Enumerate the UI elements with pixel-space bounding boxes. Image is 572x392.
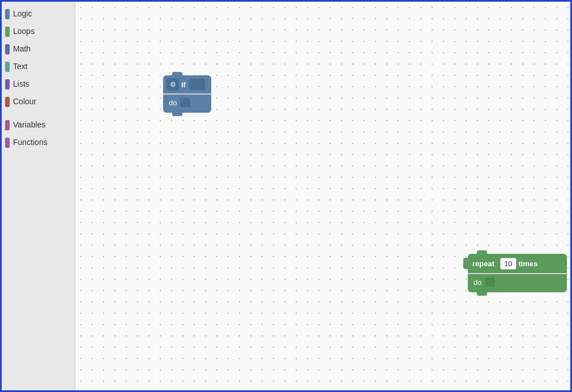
if-do-slot	[180, 98, 190, 107]
sidebar-item-logic[interactable]: Logic	[2, 5, 75, 23]
sidebar-label-lists: Lists	[13, 78, 29, 90]
loops-color-bar	[5, 27, 10, 37]
repeat-block-top: repeat 10 times	[468, 254, 567, 273]
app-container: Logic Loops Math Text Lists Colour Varia…	[0, 0, 572, 392]
repeat-label: repeat	[472, 259, 494, 268]
variables-color-bar	[5, 120, 10, 130]
if-block-bottom: do	[163, 95, 211, 113]
repeat-number-input[interactable]: 10	[500, 258, 516, 270]
repeat-block-bottom: do	[468, 274, 567, 292]
repeat-times-label: times	[519, 259, 538, 268]
sidebar-label-text: Text	[13, 61, 28, 73]
sidebar-item-math[interactable]: Math	[2, 40, 75, 58]
sidebar-label-logic: Logic	[13, 8, 32, 20]
sidebar-label-math: Math	[13, 43, 31, 55]
sidebar-item-colour[interactable]: Colour	[2, 93, 75, 110]
lists-color-bar	[5, 79, 10, 90]
gear-icon[interactable]: ⚙	[167, 78, 179, 91]
logic-color-bar	[5, 9, 10, 19]
sidebar-label-functions: Functions	[13, 137, 48, 148]
if-label: if	[181, 80, 186, 89]
math-color-bar	[5, 44, 10, 54]
sidebar-item-lists[interactable]: Lists	[2, 75, 75, 93]
sidebar: Logic Loops Math Text Lists Colour Varia…	[2, 2, 75, 390]
sidebar-item-loops[interactable]: Loops	[2, 23, 75, 40]
sidebar-label-variables: Variables	[13, 119, 45, 131]
if-block[interactable]: ⚙ if do	[163, 75, 211, 113]
block-canvas[interactable]: ⚙ if do repeat 10 times	[75, 2, 570, 390]
sidebar-label-loops: Loops	[13, 25, 35, 37]
repeat-do-slot	[485, 278, 495, 287]
repeat-do-label: do	[473, 278, 481, 287]
if-do-label: do	[169, 99, 177, 107]
sidebar-item-variables[interactable]: Variables	[2, 116, 75, 134]
if-block-top: ⚙ if	[163, 75, 211, 93]
sidebar-item-functions[interactable]: Functions	[2, 134, 75, 151]
functions-color-bar	[5, 138, 10, 148]
text-color-bar	[5, 62, 10, 72]
repeat-notch-left	[463, 258, 469, 269]
sidebar-item-text[interactable]: Text	[2, 58, 75, 75]
repeat-block[interactable]: repeat 10 times do	[468, 254, 567, 292]
sidebar-divider	[2, 110, 75, 116]
colour-color-bar	[5, 97, 10, 107]
if-condition-slot	[189, 79, 205, 90]
sidebar-label-colour: Colour	[13, 96, 36, 108]
